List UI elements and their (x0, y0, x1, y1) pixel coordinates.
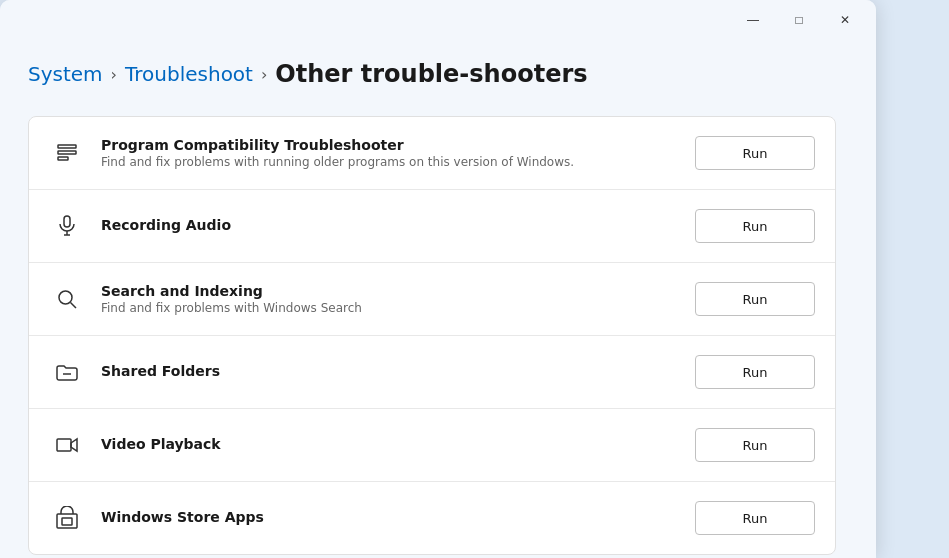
svg-line-7 (71, 303, 77, 309)
list-item: Shared Folders Run (29, 336, 835, 409)
content-area: System › Troubleshoot › Other trouble-sh… (0, 40, 876, 558)
list-item: Video Playback Run (29, 409, 835, 482)
video-icon (49, 427, 85, 463)
breadcrumb-sep-2: › (261, 65, 267, 84)
breadcrumb-system[interactable]: System (28, 62, 103, 86)
item-desc: Find and fix problems with running older… (101, 155, 679, 169)
folder-icon (49, 354, 85, 390)
main-window: — □ ✕ System › Troubleshoot › Other trou… (0, 0, 876, 558)
mic-icon (49, 208, 85, 244)
breadcrumb-current: Other trouble-shooters (275, 60, 587, 88)
title-bar: — □ ✕ (0, 0, 876, 40)
run-button[interactable]: Run (695, 282, 815, 316)
svg-rect-11 (62, 518, 72, 525)
item-text: Shared Folders (101, 363, 679, 381)
title-bar-buttons: — □ ✕ (730, 4, 868, 36)
breadcrumb: System › Troubleshoot › Other trouble-sh… (28, 60, 836, 88)
minimize-button[interactable]: — (730, 4, 776, 36)
breadcrumb-troubleshoot[interactable]: Troubleshoot (125, 62, 253, 86)
search-icon (49, 281, 85, 317)
item-text: Windows Store Apps (101, 509, 679, 527)
list-item: Recording Audio Run (29, 190, 835, 263)
list-item: Windows Store Apps Run (29, 482, 835, 554)
item-title: Search and Indexing (101, 283, 679, 299)
list-icon (49, 135, 85, 171)
item-text: Video Playback (101, 436, 679, 454)
run-button[interactable]: Run (695, 501, 815, 535)
run-button[interactable]: Run (695, 209, 815, 243)
svg-rect-1 (58, 151, 76, 154)
list-item: Search and Indexing Find and fix problem… (29, 263, 835, 336)
item-desc: Find and fix problems with Windows Searc… (101, 301, 679, 315)
item-text: Search and Indexing Find and fix problem… (101, 283, 679, 315)
breadcrumb-sep-1: › (111, 65, 117, 84)
item-title: Shared Folders (101, 363, 679, 379)
svg-point-6 (59, 291, 72, 304)
list-item: Program Compatibility Troubleshooter Fin… (29, 117, 835, 190)
item-title: Windows Store Apps (101, 509, 679, 525)
svg-rect-9 (57, 439, 71, 451)
maximize-button[interactable]: □ (776, 4, 822, 36)
close-button[interactable]: ✕ (822, 4, 868, 36)
run-button[interactable]: Run (695, 355, 815, 389)
item-title: Recording Audio (101, 217, 679, 233)
svg-rect-10 (57, 514, 77, 528)
svg-rect-2 (58, 157, 68, 160)
store-icon (49, 500, 85, 536)
item-text: Program Compatibility Troubleshooter Fin… (101, 137, 679, 169)
item-title: Video Playback (101, 436, 679, 452)
item-text: Recording Audio (101, 217, 679, 235)
svg-rect-3 (64, 216, 70, 227)
item-title: Program Compatibility Troubleshooter (101, 137, 679, 153)
run-button[interactable]: Run (695, 428, 815, 462)
run-button[interactable]: Run (695, 136, 815, 170)
svg-rect-0 (58, 145, 76, 148)
troubleshooter-list: Program Compatibility Troubleshooter Fin… (28, 116, 836, 555)
